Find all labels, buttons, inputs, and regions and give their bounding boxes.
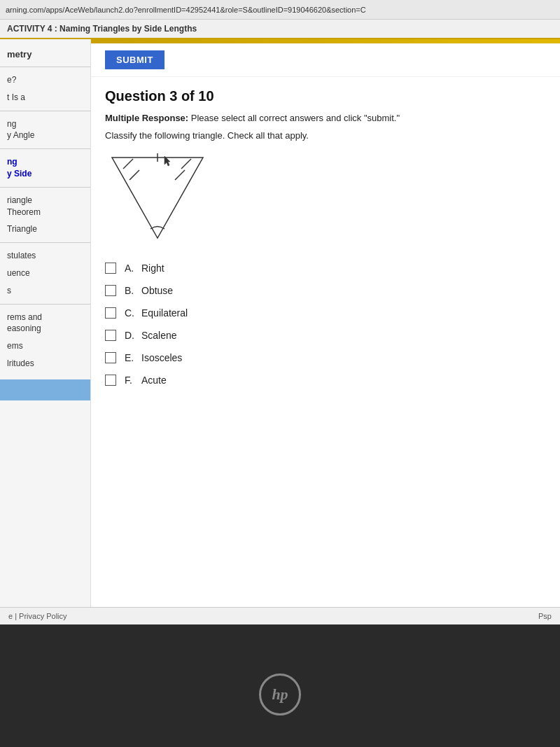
answer-item-f: F. Acute (105, 375, 546, 386)
sidebar-item-t-is-a[interactable]: t Is a (0, 89, 90, 106)
instruction-rest: Please select all correct answers and cl… (188, 113, 400, 123)
svg-line-3 (130, 170, 139, 180)
answer-letter-b: B. (125, 285, 136, 296)
checkbox-d[interactable] (105, 330, 116, 341)
triangle-diagram (105, 151, 210, 249)
submit-area: SUBMIT (91, 43, 560, 77)
laptop-bottom: hp (0, 624, 560, 747)
instruction-bold: Multiple Response: (105, 113, 188, 123)
hp-logo: hp (259, 673, 301, 715)
checkbox-c[interactable] (105, 307, 116, 319)
sidebar-title: metry (0, 46, 90, 62)
sidebar-item-uence[interactable]: uence (0, 265, 90, 282)
sidebar-item-rems-and[interactable]: rems and easoning (0, 309, 90, 338)
question-instruction: Multiple Response: Please select all cor… (105, 113, 546, 123)
sidebar-item-ng-side[interactable]: ng y Side (0, 153, 90, 183)
activity-title: ACTIVITY 4 : Naming Triangles by Side Le… (7, 24, 197, 34)
sidebar-bottom-highlight (0, 379, 90, 400)
sidebar-item-lritudes[interactable]: lritudes (0, 355, 90, 372)
sidebar-item-stulates[interactable]: stulates (0, 247, 90, 265)
footer-left: e | Privacy Policy (8, 612, 67, 620)
sidebar-item-ems[interactable]: ems (0, 337, 90, 355)
sidebar-divider-2 (0, 111, 90, 111)
checkbox-b[interactable] (105, 285, 116, 296)
answer-item-c: C. Equilateral (105, 307, 546, 319)
answer-letter-e: E. (125, 352, 136, 363)
answer-item-a: A. Right (105, 263, 546, 274)
answer-text-e: Isosceles (141, 352, 182, 363)
checkbox-e[interactable] (105, 352, 116, 363)
question-body: Classify the following triangle. Check a… (105, 130, 546, 141)
answer-text-b: Obtuse (141, 285, 173, 296)
answer-letter-c: C. (125, 307, 136, 319)
sidebar-item-triangle-theorem[interactable]: riangle Theorem (0, 192, 90, 221)
footer: e | Privacy Policy Psp (0, 607, 560, 624)
svg-line-4 (175, 170, 185, 180)
sidebar: metry e? t Is a ng y Angle ng y Side ria… (0, 39, 91, 607)
browser-bar: arning.com/apps/AceWeb/launch2.do?enroll… (0, 0, 560, 20)
sidebar-item-e[interactable]: e? (0, 71, 90, 89)
answer-item-e: E. Isosceles (105, 352, 546, 363)
question-title: Question 3 of 10 (105, 88, 546, 104)
sidebar-divider-6 (0, 304, 90, 305)
checkbox-f[interactable] (105, 375, 116, 386)
answer-text-a: Right (141, 263, 164, 274)
submit-button[interactable]: SUBMIT (105, 50, 164, 69)
main-layout: metry e? t Is a ng y Angle ng y Side ria… (0, 39, 560, 607)
answer-text-f: Acute (141, 375, 167, 386)
sidebar-item-s[interactable]: s (0, 282, 90, 300)
sidebar-divider-4 (0, 187, 90, 188)
footer-right: Psp (538, 612, 552, 620)
answer-list: A. Right B. Obtuse C. Equilateral D. Sca… (105, 263, 546, 386)
sidebar-divider-3 (0, 148, 90, 149)
sidebar-item-triangle[interactable]: Triangle (0, 221, 90, 238)
sidebar-item-ng-angle[interactable]: ng y Angle (0, 116, 90, 145)
content-area: SUBMIT Question 3 of 10 Multiple Respons… (91, 39, 560, 607)
sidebar-divider-1 (0, 67, 90, 67)
answer-text-d: Scalene (141, 330, 177, 341)
svg-line-1 (123, 159, 133, 169)
checkbox-a[interactable] (105, 263, 116, 274)
url-bar: arning.com/apps/AceWeb/launch2.do?enroll… (6, 6, 366, 14)
question-area: Question 3 of 10 Multiple Response: Plea… (91, 77, 560, 408)
answer-item-d: D. Scalene (105, 330, 546, 341)
triangle-svg (105, 151, 210, 245)
answer-text-c: Equilateral (141, 307, 188, 319)
svg-line-2 (181, 159, 191, 169)
answer-letter-f: F. (125, 375, 136, 386)
answer-item-b: B. Obtuse (105, 285, 546, 296)
answer-letter-a: A. (125, 263, 136, 274)
answer-letter-d: D. (125, 330, 136, 341)
sidebar-divider-5 (0, 242, 90, 243)
title-bar: ACTIVITY 4 : Naming Triangles by Side Le… (0, 20, 560, 39)
